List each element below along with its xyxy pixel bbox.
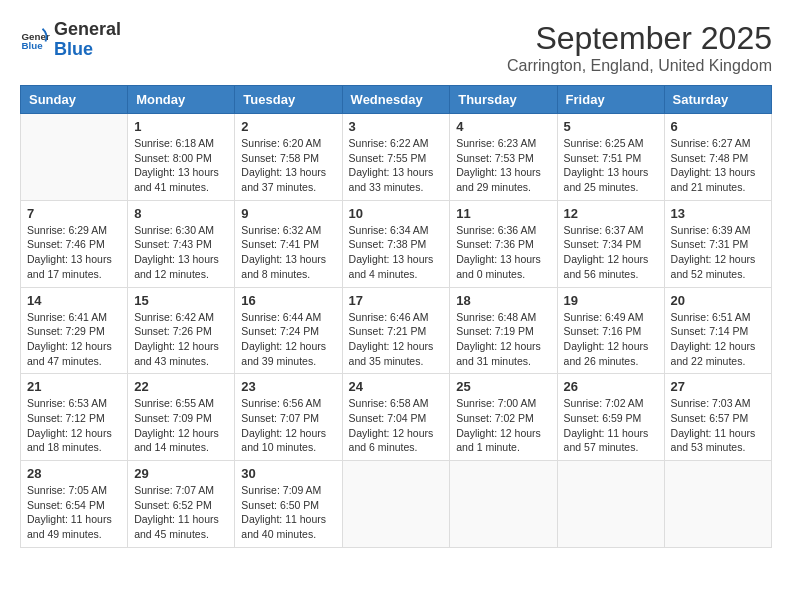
day-info: Sunrise: 6:46 AM Sunset: 7:21 PM Dayligh… xyxy=(349,310,444,369)
day-info: Sunrise: 6:25 AM Sunset: 7:51 PM Dayligh… xyxy=(564,136,658,195)
day-info: Sunrise: 6:55 AM Sunset: 7:09 PM Dayligh… xyxy=(134,396,228,455)
calendar-cell: 16Sunrise: 6:44 AM Sunset: 7:24 PM Dayli… xyxy=(235,287,342,374)
day-info: Sunrise: 6:51 AM Sunset: 7:14 PM Dayligh… xyxy=(671,310,765,369)
day-of-week-header: Saturday xyxy=(664,86,771,114)
calendar-cell: 23Sunrise: 6:56 AM Sunset: 7:07 PM Dayli… xyxy=(235,374,342,461)
day-info: Sunrise: 6:36 AM Sunset: 7:36 PM Dayligh… xyxy=(456,223,550,282)
calendar-cell: 11Sunrise: 6:36 AM Sunset: 7:36 PM Dayli… xyxy=(450,200,557,287)
logo-icon: General Blue xyxy=(20,25,50,55)
day-number: 28 xyxy=(27,466,121,481)
day-number: 21 xyxy=(27,379,121,394)
day-number: 16 xyxy=(241,293,335,308)
calendar-week-row: 14Sunrise: 6:41 AM Sunset: 7:29 PM Dayli… xyxy=(21,287,772,374)
calendar-cell: 27Sunrise: 7:03 AM Sunset: 6:57 PM Dayli… xyxy=(664,374,771,461)
day-info: Sunrise: 6:48 AM Sunset: 7:19 PM Dayligh… xyxy=(456,310,550,369)
day-number: 27 xyxy=(671,379,765,394)
calendar-cell: 8Sunrise: 6:30 AM Sunset: 7:43 PM Daylig… xyxy=(128,200,235,287)
day-info: Sunrise: 7:07 AM Sunset: 6:52 PM Dayligh… xyxy=(134,483,228,542)
calendar-cell: 19Sunrise: 6:49 AM Sunset: 7:16 PM Dayli… xyxy=(557,287,664,374)
calendar-cell: 4Sunrise: 6:23 AM Sunset: 7:53 PM Daylig… xyxy=(450,114,557,201)
day-info: Sunrise: 6:18 AM Sunset: 8:00 PM Dayligh… xyxy=(134,136,228,195)
day-number: 6 xyxy=(671,119,765,134)
day-number: 25 xyxy=(456,379,550,394)
day-info: Sunrise: 7:09 AM Sunset: 6:50 PM Dayligh… xyxy=(241,483,335,542)
day-number: 18 xyxy=(456,293,550,308)
day-info: Sunrise: 7:00 AM Sunset: 7:02 PM Dayligh… xyxy=(456,396,550,455)
day-info: Sunrise: 7:05 AM Sunset: 6:54 PM Dayligh… xyxy=(27,483,121,542)
calendar-cell: 7Sunrise: 6:29 AM Sunset: 7:46 PM Daylig… xyxy=(21,200,128,287)
day-info: Sunrise: 6:56 AM Sunset: 7:07 PM Dayligh… xyxy=(241,396,335,455)
calendar-cell: 26Sunrise: 7:02 AM Sunset: 6:59 PM Dayli… xyxy=(557,374,664,461)
day-number: 10 xyxy=(349,206,444,221)
calendar-cell: 5Sunrise: 6:25 AM Sunset: 7:51 PM Daylig… xyxy=(557,114,664,201)
calendar-cell xyxy=(21,114,128,201)
day-of-week-header: Friday xyxy=(557,86,664,114)
calendar-cell: 6Sunrise: 6:27 AM Sunset: 7:48 PM Daylig… xyxy=(664,114,771,201)
day-info: Sunrise: 6:29 AM Sunset: 7:46 PM Dayligh… xyxy=(27,223,121,282)
calendar-cell: 12Sunrise: 6:37 AM Sunset: 7:34 PM Dayli… xyxy=(557,200,664,287)
calendar-week-row: 7Sunrise: 6:29 AM Sunset: 7:46 PM Daylig… xyxy=(21,200,772,287)
day-number: 22 xyxy=(134,379,228,394)
day-of-week-header: Sunday xyxy=(21,86,128,114)
calendar-week-row: 21Sunrise: 6:53 AM Sunset: 7:12 PM Dayli… xyxy=(21,374,772,461)
calendar-cell: 10Sunrise: 6:34 AM Sunset: 7:38 PM Dayli… xyxy=(342,200,450,287)
page-header: General Blue General Blue September 2025… xyxy=(20,20,772,75)
calendar-cell: 1Sunrise: 6:18 AM Sunset: 8:00 PM Daylig… xyxy=(128,114,235,201)
calendar-cell: 21Sunrise: 6:53 AM Sunset: 7:12 PM Dayli… xyxy=(21,374,128,461)
calendar-cell: 9Sunrise: 6:32 AM Sunset: 7:41 PM Daylig… xyxy=(235,200,342,287)
day-info: Sunrise: 6:23 AM Sunset: 7:53 PM Dayligh… xyxy=(456,136,550,195)
day-number: 9 xyxy=(241,206,335,221)
calendar-table: SundayMondayTuesdayWednesdayThursdayFrid… xyxy=(20,85,772,548)
calendar-cell: 30Sunrise: 7:09 AM Sunset: 6:50 PM Dayli… xyxy=(235,461,342,548)
title-block: September 2025 Carrington, England, Unit… xyxy=(507,20,772,75)
day-number: 2 xyxy=(241,119,335,134)
calendar-cell: 15Sunrise: 6:42 AM Sunset: 7:26 PM Dayli… xyxy=(128,287,235,374)
calendar-cell: 28Sunrise: 7:05 AM Sunset: 6:54 PM Dayli… xyxy=(21,461,128,548)
calendar-cell: 2Sunrise: 6:20 AM Sunset: 7:58 PM Daylig… xyxy=(235,114,342,201)
calendar-cell: 24Sunrise: 6:58 AM Sunset: 7:04 PM Dayli… xyxy=(342,374,450,461)
day-number: 5 xyxy=(564,119,658,134)
day-info: Sunrise: 6:30 AM Sunset: 7:43 PM Dayligh… xyxy=(134,223,228,282)
calendar-cell: 17Sunrise: 6:46 AM Sunset: 7:21 PM Dayli… xyxy=(342,287,450,374)
logo-general-text: General xyxy=(54,19,121,39)
day-number: 11 xyxy=(456,206,550,221)
logo-blue-text: Blue xyxy=(54,39,93,59)
day-info: Sunrise: 6:49 AM Sunset: 7:16 PM Dayligh… xyxy=(564,310,658,369)
day-info: Sunrise: 6:44 AM Sunset: 7:24 PM Dayligh… xyxy=(241,310,335,369)
calendar-cell: 22Sunrise: 6:55 AM Sunset: 7:09 PM Dayli… xyxy=(128,374,235,461)
day-number: 26 xyxy=(564,379,658,394)
calendar-cell: 14Sunrise: 6:41 AM Sunset: 7:29 PM Dayli… xyxy=(21,287,128,374)
day-number: 23 xyxy=(241,379,335,394)
day-number: 29 xyxy=(134,466,228,481)
day-of-week-header: Thursday xyxy=(450,86,557,114)
calendar-header-row: SundayMondayTuesdayWednesdayThursdayFrid… xyxy=(21,86,772,114)
day-info: Sunrise: 6:41 AM Sunset: 7:29 PM Dayligh… xyxy=(27,310,121,369)
calendar-cell: 13Sunrise: 6:39 AM Sunset: 7:31 PM Dayli… xyxy=(664,200,771,287)
day-info: Sunrise: 7:03 AM Sunset: 6:57 PM Dayligh… xyxy=(671,396,765,455)
day-number: 24 xyxy=(349,379,444,394)
day-number: 4 xyxy=(456,119,550,134)
calendar-cell xyxy=(557,461,664,548)
day-number: 12 xyxy=(564,206,658,221)
day-info: Sunrise: 6:39 AM Sunset: 7:31 PM Dayligh… xyxy=(671,223,765,282)
day-info: Sunrise: 6:37 AM Sunset: 7:34 PM Dayligh… xyxy=(564,223,658,282)
day-of-week-header: Wednesday xyxy=(342,86,450,114)
calendar-cell: 29Sunrise: 7:07 AM Sunset: 6:52 PM Dayli… xyxy=(128,461,235,548)
calendar-week-row: 28Sunrise: 7:05 AM Sunset: 6:54 PM Dayli… xyxy=(21,461,772,548)
month-year-title: September 2025 xyxy=(507,20,772,57)
day-info: Sunrise: 6:27 AM Sunset: 7:48 PM Dayligh… xyxy=(671,136,765,195)
day-info: Sunrise: 6:53 AM Sunset: 7:12 PM Dayligh… xyxy=(27,396,121,455)
day-info: Sunrise: 6:42 AM Sunset: 7:26 PM Dayligh… xyxy=(134,310,228,369)
calendar-week-row: 1Sunrise: 6:18 AM Sunset: 8:00 PM Daylig… xyxy=(21,114,772,201)
calendar-cell: 20Sunrise: 6:51 AM Sunset: 7:14 PM Dayli… xyxy=(664,287,771,374)
day-number: 3 xyxy=(349,119,444,134)
day-info: Sunrise: 6:22 AM Sunset: 7:55 PM Dayligh… xyxy=(349,136,444,195)
day-info: Sunrise: 6:34 AM Sunset: 7:38 PM Dayligh… xyxy=(349,223,444,282)
day-number: 17 xyxy=(349,293,444,308)
day-number: 14 xyxy=(27,293,121,308)
day-of-week-header: Tuesday xyxy=(235,86,342,114)
day-number: 7 xyxy=(27,206,121,221)
svg-text:Blue: Blue xyxy=(22,40,44,51)
logo: General Blue General Blue xyxy=(20,20,121,60)
day-number: 1 xyxy=(134,119,228,134)
